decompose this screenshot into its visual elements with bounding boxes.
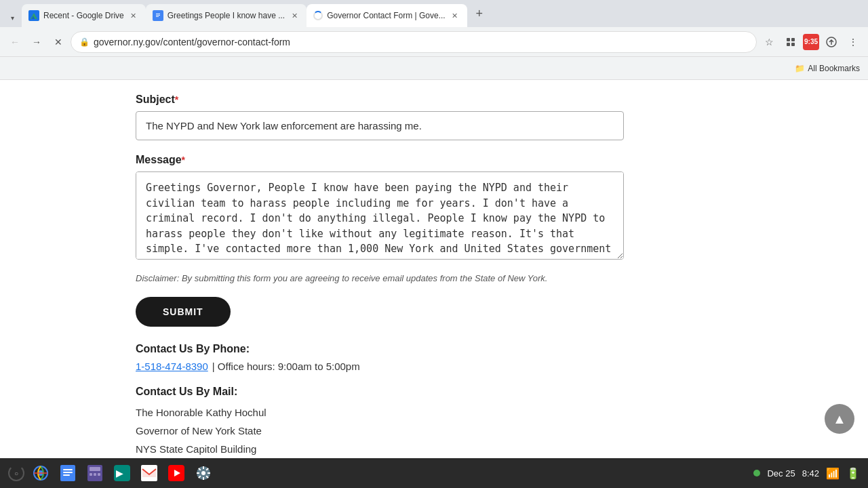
subject-input[interactable]: [136, 111, 624, 140]
taskbar-settings[interactable]: [193, 462, 214, 484]
mail-line1: The Honorable Kathy Hochul: [136, 403, 732, 422]
subject-required: *: [175, 94, 178, 105]
svg-rect-7: [791, 38, 795, 41]
svg-rect-3: [156, 14, 160, 14]
message-textarea[interactable]: Greetings Governor, People I know have b…: [136, 171, 624, 260]
svg-rect-20: [94, 473, 96, 476]
tab-strip-dropdown[interactable]: ▾: [5, 8, 19, 27]
tab-governor-close[interactable]: ✕: [450, 10, 460, 21]
tab-docs[interactable]: Greetings People I know have ... ✕: [146, 4, 307, 27]
submit-button[interactable]: SUBMIT: [136, 297, 231, 327]
page-content: Subject* Message* Greetings Governor, Pe…: [0, 80, 868, 488]
tab-google-drive-close[interactable]: ✕: [128, 10, 139, 21]
taskbar-left: ○ ▶: [8, 462, 214, 484]
tab-google-drive[interactable]: ▲ Recent - Google Drive ✕: [22, 4, 146, 27]
message-section: Message* Greetings Governor, People I kn…: [136, 154, 732, 262]
taskbar-date: Dec 25: [767, 468, 795, 479]
bookmarks-folder-icon: 📁: [795, 64, 805, 73]
lock-icon: 🔒: [79, 37, 90, 47]
svg-rect-8: [787, 43, 790, 46]
svg-text:▲: ▲: [31, 14, 36, 20]
svg-rect-21: [98, 473, 100, 476]
taskbar-meet[interactable]: ▶: [111, 462, 133, 484]
taskbar-time: 8:42: [802, 468, 819, 479]
toolbar-right: ☆ 9:35 ⋮: [760, 33, 863, 52]
taskbar-youtube[interactable]: [165, 462, 187, 484]
svg-rect-5: [156, 16, 159, 17]
tab-governor-title: Governor Contact Form | Gove...: [327, 11, 446, 20]
battery-icon: 🔋: [846, 467, 860, 480]
docs-favicon: [153, 10, 163, 21]
message-label: Message*: [136, 154, 732, 166]
bookmark-star[interactable]: ☆: [760, 33, 778, 52]
taskbar: ○ ▶: [0, 458, 868, 488]
menu-button[interactable]: ⋮: [844, 33, 863, 52]
governor-favicon: [313, 11, 323, 20]
address-bar[interactable]: 🔒 governor.ny.gov/content/governor-conta…: [71, 31, 757, 53]
svg-rect-9: [791, 43, 795, 46]
ext-icon-1[interactable]: 9:35: [803, 34, 819, 50]
google-drive-favicon: ▲: [28, 10, 39, 21]
tab-governor[interactable]: Governor Contact Form | Gove... ✕: [307, 4, 467, 27]
ext-icon-2[interactable]: [822, 33, 841, 52]
taskbar-gmail[interactable]: [138, 462, 160, 484]
tab-bar: ▾ ▲ Recent - Google Drive ✕ Greetings Pe…: [0, 0, 868, 27]
wifi-icon: 📶: [826, 467, 840, 480]
new-tab-button[interactable]: +: [470, 4, 489, 23]
disclaimer: Disclaimer: By submitting this form you …: [136, 273, 624, 283]
taskbar-calculator[interactable]: [84, 462, 106, 484]
tab-docs-close[interactable]: ✕: [289, 10, 300, 21]
back-button[interactable]: ←: [5, 33, 24, 52]
reload-button[interactable]: ✕: [49, 33, 68, 52]
phone-line: 1-518-474-8390 | Office hours: 9:00am to…: [136, 361, 732, 372]
svg-rect-4: [156, 15, 160, 16]
phone-number[interactable]: 1-518-474-8390: [136, 361, 208, 372]
svg-point-28: [201, 471, 205, 475]
svg-rect-16: [63, 474, 70, 476]
spinner-icon: ○: [8, 465, 24, 481]
mail-line3: NYS State Capitol Building: [136, 440, 732, 458]
phone-hours: | Office hours: 9:00am to 5:00pm: [212, 361, 360, 372]
subject-section: Subject*: [136, 94, 732, 140]
toolbar: ← → ✕ 🔒 governor.ny.gov/content/governor…: [0, 27, 868, 57]
taskbar-docs[interactable]: [57, 462, 79, 484]
svg-rect-18: [90, 467, 100, 471]
forward-button[interactable]: →: [27, 33, 46, 52]
bookmarks-bar: 📁 All Bookmarks: [0, 57, 868, 80]
all-bookmarks[interactable]: 📁 All Bookmarks: [795, 64, 860, 73]
contact-phone-label: Contact Us By Phone:: [136, 343, 732, 355]
taskbar-right: Dec 25 8:42 📶 🔋: [753, 467, 860, 480]
taskbar-chrome[interactable]: [30, 462, 52, 484]
svg-text:▶: ▶: [116, 468, 123, 479]
message-required: *: [182, 155, 185, 165]
url-text: governor.ny.gov/content/governor-contact…: [94, 37, 748, 47]
svg-rect-6: [787, 38, 790, 41]
contact-mail-label: Contact Us By Mail:: [136, 386, 732, 398]
subject-label: Subject*: [136, 94, 732, 106]
mail-line2: Governor of New York State: [136, 422, 732, 440]
tab-docs-title: Greetings People I know have ...: [167, 11, 285, 20]
scroll-to-top[interactable]: ▲: [825, 404, 854, 434]
svg-rect-15: [63, 472, 73, 473]
tab-google-drive-title: Recent - Google Drive: [43, 11, 124, 20]
status-dot: [753, 470, 760, 476]
svg-rect-19: [90, 473, 92, 476]
svg-rect-14: [63, 469, 73, 470]
contact-phone-section: Contact Us By Phone: 1-518-474-8390 | Of…: [136, 343, 732, 372]
extensions-button[interactable]: [781, 33, 800, 52]
bookmarks-label: All Bookmarks: [808, 64, 860, 73]
